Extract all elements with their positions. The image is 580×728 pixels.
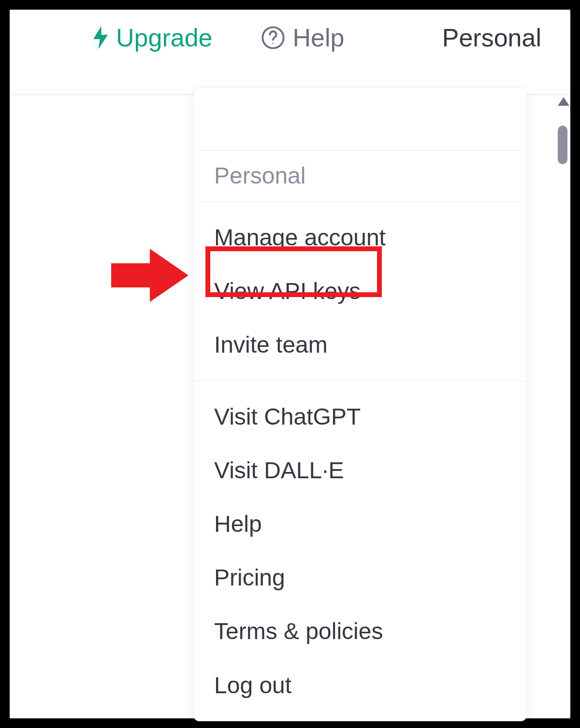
svg-point-1 [273, 43, 274, 44]
menu-item-log-out[interactable]: Log out [194, 658, 526, 712]
bolt-icon [92, 26, 109, 50]
help-label: Help [292, 23, 344, 52]
menu-item-terms-policies[interactable]: Terms & policies [194, 604, 526, 658]
menu-item-help[interactable]: Help [194, 497, 526, 551]
menu-group-account: Manage account View API keys Invite team [194, 202, 526, 381]
scroll-up-icon [558, 97, 569, 106]
personal-label: Personal [442, 24, 541, 52]
upgrade-button[interactable]: Upgrade [92, 23, 212, 52]
screenshot-frame: Upgrade Help Personal Personal [0, 0, 580, 728]
menu-item-view-api-keys[interactable]: View API keys [194, 264, 526, 318]
scrollbar[interactable] [555, 94, 570, 718]
content-area: Upgrade Help Personal Personal [10, 10, 570, 718]
menu-group-links: Visit ChatGPT Visit DALL·E Help Pricing … [194, 381, 526, 721]
account-dropdown-menu: Personal Manage account View API keys In… [193, 87, 527, 721]
top-bar: Upgrade Help Personal [10, 10, 570, 71]
annotation-arrow [111, 249, 188, 304]
menu-item-pricing[interactable]: Pricing [194, 551, 526, 604]
menu-item-visit-chatgpt[interactable]: Visit ChatGPT [194, 390, 526, 443]
question-circle-icon [261, 25, 286, 50]
scroll-thumb[interactable] [558, 126, 567, 164]
menu-item-visit-dalle[interactable]: Visit DALL·E [194, 443, 526, 497]
menu-item-invite-team[interactable]: Invite team [194, 318, 526, 371]
account-menu-trigger[interactable]: Personal [442, 23, 541, 52]
help-button[interactable]: Help [261, 23, 344, 52]
menu-section-title: Personal [194, 150, 526, 202]
menu-item-manage-account[interactable]: Manage account [194, 211, 526, 264]
upgrade-label: Upgrade [116, 23, 212, 52]
menu-header-space [194, 87, 526, 150]
